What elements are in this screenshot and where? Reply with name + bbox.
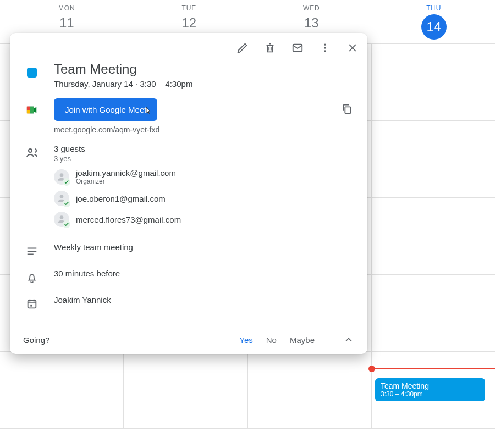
more-options-icon[interactable] [318,41,332,55]
svg-rect-7 [30,107,34,114]
guests-icon [24,145,40,161]
event-chip-team-meeting[interactable]: Team Meeting 3:30 – 4:30pm [375,378,485,401]
avatar [54,212,69,227]
svg-point-3 [324,50,326,52]
reminder-text: 30 minutes before [54,269,120,278]
guest-row[interactable]: merced.flores73@gmail.com [54,212,353,227]
svg-rect-13 [30,305,32,307]
chevron-up-icon[interactable] [343,334,354,345]
join-button-label: Join with Google Meet [65,105,146,114]
event-chip-title: Team Meeting [381,381,480,390]
calendar-icon [24,296,40,312]
going-label: Going? [23,335,50,345]
calendar-owner: Joakim Yannick [54,295,111,305]
guest-count: 3 guests [54,144,353,153]
day-label: MON [6,4,128,12]
trash-icon[interactable] [263,41,277,55]
svg-rect-12 [28,301,36,308]
mail-icon[interactable] [290,41,305,55]
rsvp-footer: Going? Yes No Maybe [10,325,367,354]
edit-icon[interactable] [235,41,250,55]
avatar [54,169,69,185]
rsvp-maybe-button[interactable]: Maybe [290,335,315,345]
copy-link-icon[interactable] [341,103,353,117]
avatar [54,191,69,206]
day-label: TUE [128,4,251,12]
day-label: WED [250,4,373,12]
meet-link-text: meet.google.com/aqm-vyet-fxd [54,125,327,134]
guest-email: joe.oberon1@gmail.com [76,194,166,203]
day-number: 13 [250,15,373,31]
join-google-meet-button[interactable]: Join with Google Meet [54,98,157,121]
check-badge-icon [63,220,70,228]
guest-list: joakim.yannick@gmail.com Organizer joe.o… [54,168,353,227]
rsvp-no-button[interactable]: No [266,335,277,345]
guest-row[interactable]: joe.oberon1@gmail.com [54,191,353,206]
day-number: 11 [6,15,128,31]
check-badge-icon [63,200,70,207]
svg-point-11 [60,215,64,219]
svg-rect-5 [27,107,30,110]
close-icon[interactable] [345,41,360,55]
day-number: 12 [128,15,251,31]
pointer-cursor-icon [143,106,153,116]
day-label: THU [373,4,496,12]
google-meet-icon [26,104,38,116]
event-description: Weekly team meeting [54,242,133,252]
rsvp-yes-button[interactable]: Yes [239,335,252,345]
svg-point-1 [324,44,326,46]
event-title: Team Meeting [54,62,193,77]
guest-role: Organizer [76,178,176,185]
guest-email: merced.flores73@gmail.com [76,215,181,224]
svg-rect-6 [27,110,30,113]
svg-rect-8 [345,107,350,113]
event-detail-popup: Team Meeting Thursday, January 14 · 3:30… [10,33,367,354]
popup-toolbar [10,33,367,59]
guest-email: joakim.yannick@gmail.com [76,168,176,178]
svg-point-9 [60,173,64,177]
guest-row[interactable]: joakim.yannick@gmail.com Organizer [54,168,353,185]
bell-icon [24,270,40,285]
current-time-indicator [372,368,495,369]
day-header-thu[interactable]: THU 14 [373,0,496,43]
event-chip-time: 3:30 – 4:30pm [381,390,480,398]
day-number-today: 14 [421,14,447,40]
svg-point-2 [324,47,326,48]
event-color-swatch [27,68,37,78]
check-badge-icon [63,178,70,186]
svg-point-10 [60,195,64,198]
description-icon [24,244,40,259]
guest-yes-count: 3 yes [54,154,353,163]
event-datetime: Thursday, January 14 · 3:30 – 4:30pm [54,79,193,89]
